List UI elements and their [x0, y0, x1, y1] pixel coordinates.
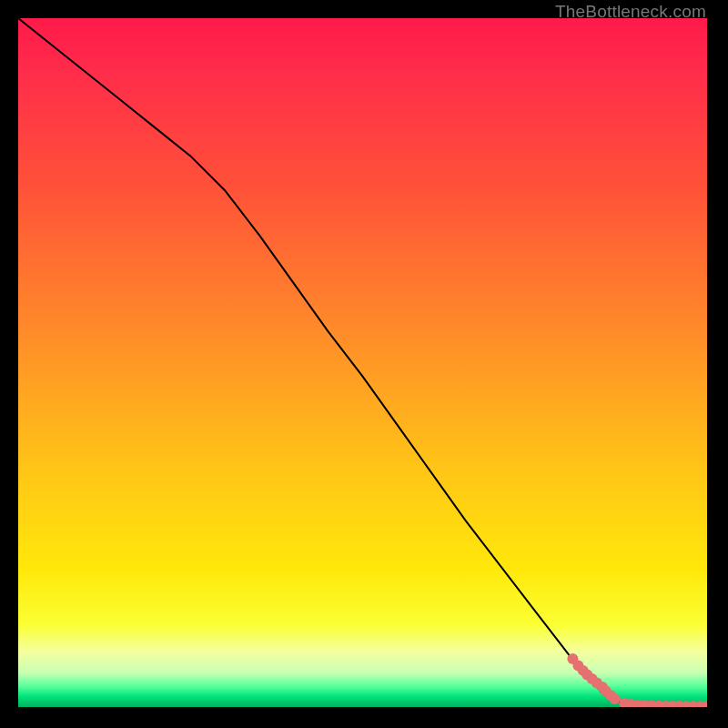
- watermark-label: TheBottleneck.com: [555, 2, 706, 22]
- plot-area: [18, 18, 707, 707]
- bottleneck-curve: [18, 18, 707, 706]
- data-marker: [610, 693, 621, 704]
- chart-overlay-svg: [18, 18, 707, 707]
- chart-frame: TheBottleneck.com: [0, 0, 728, 728]
